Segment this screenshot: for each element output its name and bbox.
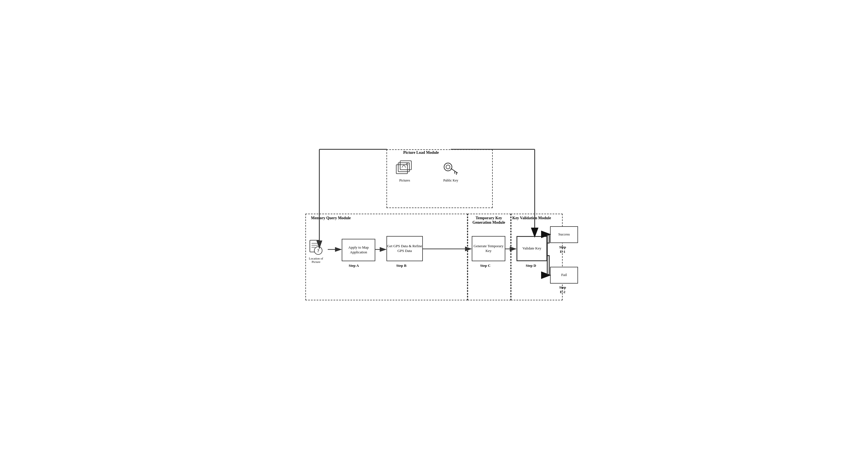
key-validation-module-label: Key Validation Module: [512, 216, 561, 220]
pictures-icon: [395, 160, 414, 177]
public-key-icon-area: Public Key: [442, 159, 459, 183]
svg-text:?: ?: [317, 248, 319, 253]
diagram-container: Picture Load Module Memory Query Module …: [300, 147, 568, 309]
step-d-label: Step D: [526, 264, 536, 268]
svg-point-5: [446, 165, 450, 169]
location-icon-area: ? Location of Picture: [308, 239, 324, 264]
step-b-label: Step B: [396, 264, 406, 268]
pictures-label: Pictures: [399, 178, 410, 183]
public-key-label: Public Key: [443, 178, 458, 183]
step-a-box: Apply to Map Application: [342, 239, 375, 261]
step-e2-label: Step E-2: [557, 285, 568, 294]
svg-point-4: [444, 163, 452, 171]
step-c-label: Step C: [480, 264, 491, 268]
temp-key-gen-module-label: Temporary Key Generation Module: [469, 216, 508, 225]
step-a-label: Step A: [349, 264, 359, 268]
step-d-box: Validate Key: [517, 236, 547, 261]
step-e2-box: Fail: [550, 267, 578, 283]
step-e1-box: Success: [550, 226, 578, 243]
picture-load-module-label: Picture Load Module: [403, 150, 439, 155]
step-b-box: Get GPS Data & Refine GPS Data: [386, 236, 423, 261]
memory-query-module-label: Memory Query Module: [311, 216, 351, 220]
key-icon: [442, 159, 459, 177]
step-e1-label: Step E-1: [557, 245, 568, 254]
step-c-box: Generate Temporary Key: [472, 236, 505, 261]
svg-line-6: [451, 169, 458, 173]
location-label: Location of Picture: [308, 257, 324, 264]
location-icon: ?: [308, 239, 324, 255]
pictures-icon-area: Pictures: [395, 160, 414, 183]
